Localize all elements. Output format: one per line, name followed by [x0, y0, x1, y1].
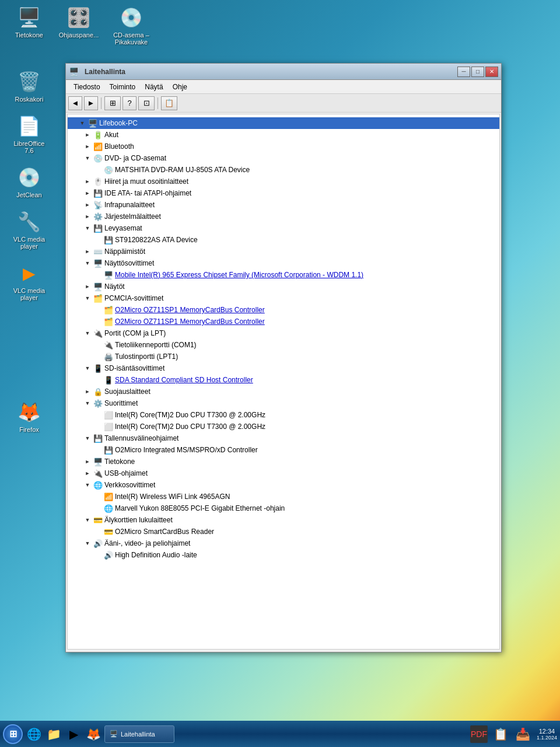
cdburnerxp-icon[interactable]: 💿 JetClean [6, 166, 52, 198]
tree-item-st9120[interactable]: ► 💾 ST9120822AS ATA Device [68, 234, 499, 246]
tree-item-sda[interactable]: ► 📱 SDA Standard Compliant SD Host Contr… [68, 374, 499, 386]
ohjauspaneeli-icon[interactable]: 🎛️ Ohjauspane... [55, 6, 102, 46]
computer-node-icon: 🖥️ [93, 457, 103, 466]
suojaus-expand-arrow[interactable]: ► [83, 388, 92, 396]
tree-item-lpt1[interactable]: ► 🖨️ Tulostinportti (LPT1) [68, 351, 499, 362]
hiiret-expand-arrow[interactable]: ► [83, 177, 92, 186]
tree-item-infra[interactable]: ► 📡 Infrapunalaitteet [68, 199, 499, 211]
tree-item-smartcard[interactable]: ► 💳 O2Micro SmartCardBus Reader [68, 526, 499, 537]
tree-item-naytot[interactable]: ► 🖥️ Näytöt [68, 281, 499, 292]
tietokone-expand-arrow[interactable]: ► [83, 458, 92, 466]
suorittimet-expand-arrow[interactable]: ▼ [83, 399, 92, 407]
tree-item-aani[interactable]: ▼ 🔊 Ääni-, video- ja peliohjaimet [68, 537, 499, 549]
tree-item-jarjestelma[interactable]: ► ⚙️ Järjestelmälaitteet [68, 211, 499, 222]
tree-item-nayttosov[interactable]: ▼ 🖥️ Näyttösovittimet [68, 257, 499, 269]
tree-root[interactable]: ▼ 🖥️ Lifebook-PC [68, 117, 499, 129]
tree-item-o2micro-2[interactable]: ► 🗂️ O2Micro OZ711SP1 MemoryCardBus Cont… [68, 316, 499, 327]
toolbar-view-button[interactable]: ⊡ [138, 96, 155, 110]
firefox-icon[interactable]: 🦊 Firefox [6, 400, 52, 433]
tree-item-intel965[interactable]: ► 🖥️ Mobile Intel(R) 965 Express Chipset… [68, 269, 499, 281]
menu-nayta[interactable]: Näytä [140, 82, 167, 92]
pcmcia-expand-arrow[interactable]: ▼ [83, 294, 92, 302]
tree-item-usb[interactable]: ► 🔌 USB-ohjaimet [68, 467, 499, 479]
sd-expand-arrow[interactable]: ▼ [83, 364, 92, 372]
jetclean-icon[interactable]: 🔧 VLC media player [6, 210, 52, 250]
tree-item-hda[interactable]: ► 🔊 High Definition Audio -laite [68, 549, 499, 561]
start-button[interactable]: ⊞ [3, 724, 23, 744]
tietokone-icon[interactable]: 🖥️ Tietokone [6, 6, 52, 46]
tree-item-cpu1[interactable]: ► ⬜ Intel(R) Core(TM)2 Duo CPU T7300 @ 2… [68, 409, 499, 421]
close-button[interactable]: ✕ [485, 67, 498, 77]
tree-item-alykortti[interactable]: ▼ 💳 Älykorttien lukulaitteet [68, 514, 499, 526]
wifi-icon: 📶 [104, 492, 113, 501]
ide-expand-arrow[interactable]: ► [83, 189, 92, 197]
tietokone-node-label: Tietokone [104, 458, 135, 466]
tree-item-bluetooth[interactable]: ► 📶 Bluetooth [68, 141, 499, 152]
tree-item-levy[interactable]: ▼ 💾 Levyasemat [68, 222, 499, 234]
taskbar-pdf-icon[interactable]: PDF [470, 725, 488, 743]
device-tree[interactable]: ▼ 🖥️ Lifebook-PC ► 🔋 Akut ► 📶 Bluetooth [67, 114, 500, 650]
cd-asema-icon[interactable]: 💿 CD-asema –Pikakuvake [105, 6, 158, 46]
menu-toiminto[interactable]: Toiminto [105, 82, 141, 92]
tree-item-sd[interactable]: ▼ 📱 SD-isäntäsovittimet [68, 362, 499, 374]
hda-label: High Definition Audio -laite [115, 551, 197, 559]
taskbar-folder-icon[interactable]: 📁 [45, 725, 62, 743]
minimize-button[interactable]: ─ [457, 67, 470, 77]
taskbar-firefox-icon[interactable]: 🦊 [85, 725, 102, 743]
tree-item-ethernet[interactable]: ► 🌐 Marvell Yukon 88E8055 PCI-E Gigabit … [68, 502, 499, 514]
tree-item-suojaus[interactable]: ► 🔒 Suojauslaitteet [68, 386, 499, 397]
maximize-button[interactable]: □ [471, 67, 484, 77]
vlc-icon[interactable]: ▶ VLC mediaplayer [6, 261, 52, 301]
tree-item-akut[interactable]: ► 🔋 Akut [68, 129, 499, 141]
menu-tiedosto[interactable]: Tiedosto [69, 82, 105, 92]
infra-expand-arrow[interactable]: ► [83, 201, 92, 209]
taskbar-app-devicemgr[interactable]: 🖥️ Laitehallinta [104, 725, 174, 743]
taskbar-media-icon[interactable]: ▶ [65, 725, 82, 743]
root-expand-arrow[interactable]: ▼ [78, 119, 86, 127]
taskbar-ie-icon[interactable]: 🌐 [25, 725, 43, 743]
forward-button[interactable]: ► [84, 96, 98, 110]
tree-item-verkko[interactable]: ▼ 🌐 Verkkosovittimet [68, 479, 499, 491]
tree-item-com1[interactable]: ► 🔌 Tietoliikenneportti (COM1) [68, 339, 499, 351]
alykortti-expand-arrow[interactable]: ▼ [83, 516, 92, 524]
tallennus-expand-arrow[interactable]: ▼ [83, 434, 92, 442]
back-button[interactable]: ◄ [68, 96, 82, 110]
akut-expand-arrow[interactable]: ► [83, 131, 92, 139]
toolbar-extra-button[interactable]: 📋 [161, 96, 177, 110]
tree-item-dvd[interactable]: ▼ 💿 DVD- ja CD-asemat [68, 152, 499, 164]
tree-item-cpu2[interactable]: ► ⬜ Intel(R) Core(TM)2 Duo CPU T7300 @ 2… [68, 421, 499, 432]
tree-item-wifi[interactable]: ► 📶 Intel(R) Wireless WiFi Link 4965AGN [68, 491, 499, 502]
toolbar-help-button[interactable]: ? [123, 96, 136, 110]
taskbar-extra-icon[interactable]: 📋 [492, 725, 510, 743]
usb-icon: 🔌 [93, 469, 103, 478]
tree-item-nappaimistot[interactable]: ► ⌨️ Näppäimistöt [68, 246, 499, 257]
usb-expand-arrow[interactable]: ► [83, 469, 92, 477]
taskbar-download-icon[interactable]: 📥 [514, 725, 532, 743]
aani-expand-arrow[interactable]: ▼ [83, 539, 92, 547]
roskakori-icon[interactable]: 🗑️ Roskakori [6, 70, 52, 103]
nappaimistot-expand-arrow[interactable]: ► [83, 247, 92, 256]
menu-ohje[interactable]: Ohje [168, 82, 192, 92]
monitor-icon: 🖥️ [93, 282, 103, 291]
tree-item-pcmcia[interactable]: ▼ 🗂️ PCMCIA-sovittimet [68, 292, 499, 304]
portit-expand-arrow[interactable]: ▼ [83, 329, 92, 337]
jarjestelma-expand-arrow[interactable]: ► [83, 212, 92, 221]
matshita-icon: 💿 [104, 165, 113, 174]
tree-item-portit[interactable]: ▼ 🔌 Portit (COM ja LPT) [68, 327, 499, 339]
tree-item-matshita[interactable]: ► 💿 MATSHITA DVD-RAM UJ-850S ATA Device [68, 164, 499, 176]
tree-item-tietokone[interactable]: ► 🖥️ Tietokone [68, 456, 499, 467]
levy-expand-arrow[interactable]: ▼ [83, 224, 92, 232]
tree-item-hiiret[interactable]: ► 🖱️ Hiiret ja muut osoitinlaitteet [68, 176, 499, 187]
verkko-expand-arrow[interactable]: ▼ [83, 481, 92, 489]
nayttosov-expand-arrow[interactable]: ▼ [83, 259, 92, 267]
toolbar-grid-button[interactable]: ⊞ [104, 96, 121, 110]
naytot-expand-arrow[interactable]: ► [83, 282, 92, 291]
libreoffice-icon[interactable]: 📄 LibreOffice7.6 [6, 114, 52, 154]
dvd-expand-arrow[interactable]: ▼ [83, 154, 92, 162]
tree-item-o2micro-1[interactable]: ► 🗂️ O2Micro OZ711SP1 MemoryCardBus Cont… [68, 304, 499, 316]
tree-item-tallennus[interactable]: ▼ 💾 Tallennusvälineohjaimet [68, 432, 499, 444]
bluetooth-expand-arrow[interactable]: ► [83, 142, 92, 151]
tree-item-suorittimet[interactable]: ▼ ⚙️ Suorittimet [68, 397, 499, 409]
tree-item-o2micro-ms[interactable]: ► 💾 O2Micro Integrated MS/MSPRO/xD Contr… [68, 444, 499, 456]
tree-item-ide[interactable]: ► 💾 IDE ATA- tai ATAPI-ohjaimet [68, 187, 499, 199]
